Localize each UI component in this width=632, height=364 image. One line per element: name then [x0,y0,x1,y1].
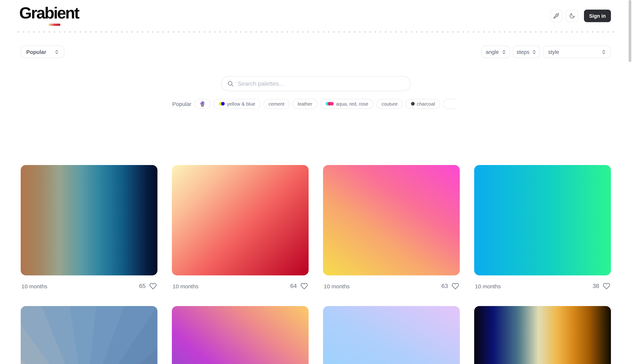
palette-card [21,306,157,364]
chevron-updown-icon [55,49,59,54]
popular-tags-label: Popular [172,100,191,107]
heart-icon[interactable] [149,282,157,290]
tag-color-dot [330,102,334,106]
heart-icon[interactable] [300,282,308,290]
palette-age: 10 months [22,283,47,289]
search-bar [221,76,411,91]
sort-select[interactable]: Popular [21,46,64,58]
tag-chip-label: cement [269,101,284,106]
palette-age: 10 months [475,283,501,289]
logo-gradient-underline [48,24,60,26]
style-select-label: style [548,49,559,55]
palette-age: 10 months [324,283,350,289]
card-footer: 10 months 65 [21,282,157,290]
chevron-updown-icon [502,49,506,54]
palette-card: 10 months 64 [172,165,309,290]
gradient-swatch[interactable] [21,306,157,364]
palette-card [172,306,309,364]
palette-card: 10 months 63 [323,165,460,290]
style-select[interactable]: style [543,46,611,58]
eyedropper-button[interactable] [550,10,562,22]
tag-chip-label: aqua, red, rose [336,101,368,106]
like-count: 64 [290,283,297,290]
like-count: 63 [441,283,448,290]
tag-chip[interactable]: yellow & blue [214,99,260,109]
sign-in-button[interactable]: Sign in [584,10,611,22]
angle-select-label: angle [486,49,499,55]
tag-chip[interactable]: couture [376,99,403,109]
tag-chip[interactable]: leather [292,99,317,109]
steps-select[interactable]: steps [513,46,540,58]
tag-chip-label: charcoal [417,101,435,106]
palette-age: 10 months [173,283,198,289]
tag-chip-label: yellow & blue [227,101,255,106]
angle-select[interactable]: angle [482,46,510,58]
sort-select-label: Popular [26,49,46,55]
like-count: 65 [139,283,146,290]
moon-icon [569,13,575,19]
gradient-swatch[interactable] [323,306,460,364]
chevron-updown-icon [602,49,606,54]
like-count: 38 [592,283,599,290]
palette-card [323,306,460,364]
tag-color-dots [411,102,415,106]
chevron-updown-icon [532,49,536,54]
tag-chip[interactable]: cement [263,99,289,109]
heart-icon[interactable] [452,282,459,290]
tag-color-dot [411,102,415,106]
tag-chip[interactable]: charcoal [406,99,440,109]
header-actions: Sign in [550,10,611,22]
gradient-swatch[interactable] [474,306,611,364]
search-input[interactable] [238,80,404,87]
tag-chip[interactable]: aqua, red, rose [320,99,373,109]
tag-chip-label: leather [298,101,312,106]
gradient-swatch[interactable] [172,306,309,364]
palette-card: 10 months 38 [474,165,611,290]
tag-color-dots [219,102,225,106]
palette-card: 10 months 65 [21,165,157,290]
tag-chip-clipped[interactable] [443,99,457,109]
popular-tags-row: Popular 🔮 yellow & blue cement leather a… [172,98,457,110]
tag-chip[interactable]: 🔮 [194,99,210,109]
tag-chip-label: couture [382,101,398,106]
search-icon [227,80,234,87]
tag-color-dot [221,102,225,106]
gradient-swatch[interactable] [474,165,611,276]
heart-icon[interactable] [603,282,610,290]
eyedropper-icon [553,13,559,19]
card-footer: 10 months 64 [172,282,309,290]
logo[interactable]: Grabient [19,4,79,22]
card-footer: 10 months 38 [474,282,611,290]
steps-select-label: steps [517,49,529,55]
tag-color-dots [326,102,334,106]
gradient-swatch[interactable] [21,165,157,276]
dark-mode-toggle[interactable] [566,10,578,22]
scrollbar-thumb[interactable] [629,0,631,62]
card-footer: 10 months 63 [323,282,460,290]
app: Grabient Sign in Popular angle steps [0,0,632,364]
palette-card [474,306,611,364]
gradient-swatch[interactable] [172,165,309,276]
gradient-swatch[interactable] [323,165,460,276]
palette-grid: 10 months 65 10 months 64 10 months [21,165,611,364]
dotted-divider [18,32,614,32]
crystal-ball-icon: 🔮 [199,101,205,106]
